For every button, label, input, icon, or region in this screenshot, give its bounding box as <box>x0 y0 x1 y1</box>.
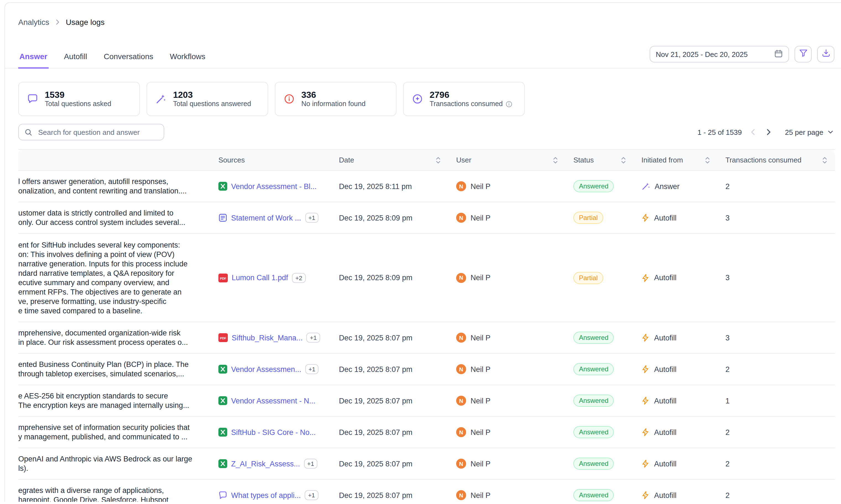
column-header-transactions[interactable]: Transactions consumed <box>718 149 835 170</box>
column-header-status[interactable]: Status <box>566 149 634 170</box>
column-header-initiated-from[interactable]: Initiated from <box>634 149 718 170</box>
extra-sources-badge[interactable]: +1 <box>306 333 320 343</box>
question-text: y management, published, and communicate… <box>18 432 201 442</box>
excel-file-icon <box>218 428 227 436</box>
tabs: AnswerAutofillConversationsWorkflows <box>18 52 207 68</box>
next-page-button[interactable] <box>764 128 773 137</box>
question-cell[interactable]: OpenAI and Anthropic via AWS Bedrock as … <box>18 448 204 480</box>
question-cell[interactable]: ustomer data is strictly controlled and … <box>18 202 204 233</box>
source-link[interactable]: Z_AI_Risk_Assess... <box>231 460 300 468</box>
table-row[interactable]: mprehensive, documented organization-wid… <box>18 322 835 354</box>
status-cell: Partial <box>566 233 634 322</box>
column-label: Initiated from <box>642 156 683 164</box>
extra-sources-badge[interactable]: +2 <box>292 273 305 283</box>
table-body: l offers answer generation, autofill res… <box>18 170 835 502</box>
source-link[interactable]: Vendor Assessment - Bl... <box>231 182 317 191</box>
date-range-picker[interactable]: Nov 21, 2025 - Dec 20, 2025 <box>650 46 789 62</box>
sources-cell: PDF Lumon Call 1.pdf +2 <box>204 233 331 322</box>
sort-icon[interactable] <box>621 156 626 164</box>
search-input[interactable] <box>37 127 158 137</box>
date-range-value: Nov 21, 2025 - Dec 20, 2025 <box>656 50 748 58</box>
sort-icon[interactable] <box>436 156 441 164</box>
breadcrumb-parent[interactable]: Analytics <box>18 18 49 26</box>
source-link[interactable]: Statement of Work ... <box>231 214 301 222</box>
extra-sources-badge[interactable]: +1 <box>305 364 319 374</box>
info-icon[interactable] <box>506 101 513 108</box>
tab-conversations[interactable]: Conversations <box>103 52 154 68</box>
question-cell[interactable]: mprehensive, documented organization-wid… <box>18 322 204 354</box>
question-text: only. Our access control system includes… <box>18 218 201 227</box>
question-cell[interactable]: ented Business Continuity Plan (BCP) in … <box>18 354 204 385</box>
avatar: N <box>456 181 466 191</box>
question-text: The encryption keys are managed internal… <box>18 401 201 410</box>
question-cell[interactable]: l offers answer generation, autofill res… <box>18 170 204 202</box>
sort-icon[interactable] <box>553 156 558 164</box>
extra-sources-badge[interactable]: +1 <box>305 213 318 223</box>
source-link[interactable]: Lumon Call 1.pdf <box>232 273 288 282</box>
tab-workflows[interactable]: Workflows <box>169 52 207 68</box>
sort-icon[interactable] <box>705 156 710 164</box>
initiated-cell: Autofill <box>634 233 718 322</box>
tab-answer[interactable]: Answer <box>18 52 48 69</box>
avatar: N <box>456 427 466 437</box>
table-row[interactable]: ent for SiftHub includes several key com… <box>18 233 835 322</box>
date-cell: Dec 19, 2025 8:07 pm <box>331 354 449 385</box>
table-row[interactable]: egrates with a diverse range of applicat… <box>18 480 835 502</box>
pagination-range: 1 - 25 of 1539 <box>698 128 742 136</box>
filter-button[interactable] <box>794 46 812 62</box>
download-button[interactable] <box>817 46 834 62</box>
status-badge: Answered <box>573 180 614 192</box>
stats-row: 1539 Total questions asked 1203 Total qu… <box>18 82 834 116</box>
source-link[interactable]: Sifthub_Risk_Mana... <box>232 334 303 342</box>
source-link[interactable]: Vendor Assessmen... <box>231 365 301 373</box>
sources-cell: SiftHub - SIG Core - No... <box>204 416 331 448</box>
initiated-label: Autofill <box>654 214 677 222</box>
initiated-label: Autofill <box>654 334 677 342</box>
column-header-date[interactable]: Date <box>331 149 449 170</box>
avatar: N <box>456 490 466 500</box>
table-row[interactable]: OpenAI and Anthropic via AWS Bedrock as … <box>18 448 835 480</box>
previous-page-button[interactable] <box>748 128 757 137</box>
user-cell: N Neil P <box>449 448 566 480</box>
column-label: Date <box>339 156 354 164</box>
transactions-cell: 3 <box>718 322 835 354</box>
status-badge: Answered <box>573 489 614 501</box>
question-cell[interactable]: mprehensive set of information security … <box>18 416 204 448</box>
lightning-icon <box>642 459 650 468</box>
table-row[interactable]: mprehensive set of information security … <box>18 416 835 448</box>
source-link[interactable]: SiftHub - SIG Core - No... <box>231 428 316 436</box>
column-header-user[interactable]: User <box>449 149 566 170</box>
stat-label: Total questions answered <box>173 100 251 108</box>
initiated-cell: Autofill <box>634 322 718 354</box>
table-row[interactable]: l offers answer generation, autofill res… <box>18 170 835 202</box>
date-cell: Dec 19, 2025 8:07 pm <box>331 480 449 502</box>
tab-autofill[interactable]: Autofill <box>63 52 88 68</box>
table-row[interactable]: ustomer data is strictly controlled and … <box>18 202 835 233</box>
chevron-right-icon <box>54 18 62 26</box>
per-page-select[interactable]: 25 per page <box>785 128 834 136</box>
table-row[interactable]: e AES-256 bit encryption standards to se… <box>18 385 835 416</box>
breadcrumb-current: Usage logs <box>66 18 105 26</box>
question-text: e AES-256 bit encryption standards to se… <box>18 391 201 401</box>
extra-sources-badge[interactable]: +1 <box>304 459 317 469</box>
question-text: ented Business Continuity Plan (BCP) in … <box>18 360 201 369</box>
question-text: on: This involves defining a point of vi… <box>18 250 201 259</box>
question-text: ls). <box>18 464 201 473</box>
magic-wand-icon <box>155 93 167 105</box>
source-link[interactable]: Vendor Assessment - N... <box>231 397 315 405</box>
user-cell: N Neil P <box>449 480 566 502</box>
question-cell[interactable]: egrates with a diverse range of applicat… <box>18 480 204 502</box>
extra-sources-badge[interactable]: +1 <box>305 490 318 500</box>
source-link[interactable]: What types of appli... <box>231 491 301 499</box>
status-badge: Partial <box>573 212 603 224</box>
question-cell[interactable]: ent for SiftHub includes several key com… <box>18 233 204 322</box>
question-cell[interactable]: e AES-256 bit encryption standards to se… <box>18 385 204 416</box>
search-box[interactable] <box>18 124 164 140</box>
initiated-label: Autofill <box>654 365 677 373</box>
table-row[interactable]: ented Business Continuity Plan (BCP) in … <box>18 354 835 385</box>
sort-icon[interactable] <box>822 156 827 164</box>
status-badge: Answered <box>573 426 614 438</box>
status-cell: Answered <box>566 385 634 416</box>
user-name: Neil P <box>471 491 490 499</box>
excel-file-icon <box>218 365 227 374</box>
